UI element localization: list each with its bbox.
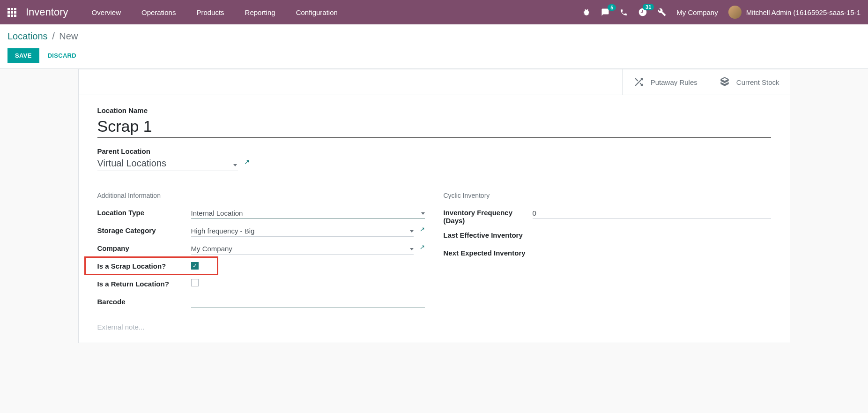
- avatar: [728, 6, 742, 19]
- breadcrumb-root[interactable]: Locations: [7, 31, 48, 41]
- save-button[interactable]: SAVE: [7, 48, 39, 63]
- cyclic-inventory-title: Cyclic Inventory: [444, 192, 771, 199]
- caret-down-icon[interactable]: [410, 248, 414, 250]
- breadcrumb: Locations / New: [7, 31, 861, 42]
- storage-category-select[interactable]: [191, 225, 414, 237]
- scrap-location-checkbox[interactable]: [191, 262, 199, 270]
- return-location-label: Is a Return Location?: [97, 279, 191, 288]
- external-note-input[interactable]: [97, 323, 771, 331]
- scrap-location-label: Is a Scrap Location?: [97, 261, 191, 270]
- current-stock-button[interactable]: Current Stock: [708, 69, 790, 95]
- tools-icon[interactable]: [658, 8, 666, 16]
- storage-category-label: Storage Category: [97, 225, 191, 234]
- company-switcher[interactable]: My Company: [676, 8, 718, 16]
- parent-location-input[interactable]: [97, 156, 238, 171]
- caret-down-icon[interactable]: [410, 230, 414, 233]
- location-type-select[interactable]: [191, 208, 425, 219]
- barcode-label: Barcode: [97, 297, 191, 306]
- external-link-icon[interactable]: [243, 159, 250, 168]
- shuffle-icon: [633, 76, 645, 88]
- menu-products[interactable]: Products: [188, 5, 232, 20]
- main-menu: Overview Operations Products Reporting C…: [83, 5, 346, 20]
- barcode-input[interactable]: [191, 297, 425, 308]
- parent-location-label: Parent Location: [97, 147, 771, 155]
- external-link-icon[interactable]: [418, 245, 425, 253]
- current-stock-label: Current Stock: [736, 78, 779, 86]
- external-link-icon[interactable]: [418, 227, 425, 235]
- additional-info-title: Additional Information: [97, 192, 425, 199]
- location-name-input[interactable]: [97, 115, 771, 138]
- form-sheet: Putaway Rules Current Stock Location Nam…: [78, 69, 790, 343]
- user-menu[interactable]: Mitchell Admin (16165925-saas-15-1: [728, 6, 861, 19]
- putaway-rules-button[interactable]: Putaway Rules: [622, 69, 708, 95]
- user-name: Mitchell Admin (16165925-saas-15-1: [746, 8, 861, 16]
- location-type-label: Location Type: [97, 208, 191, 217]
- company-label: Company: [97, 243, 191, 252]
- company-select[interactable]: [191, 243, 414, 255]
- inventory-frequency-input[interactable]: [533, 208, 771, 219]
- cyclic-inventory-section: Cyclic Inventory Inventory Frequency (Da…: [444, 192, 771, 315]
- bug-icon[interactable]: [582, 8, 591, 16]
- breadcrumb-sep: /: [52, 31, 55, 41]
- return-location-checkbox[interactable]: [191, 279, 199, 286]
- last-effective-label: Last Effective Inventory: [444, 230, 533, 239]
- location-name-label: Location Name: [97, 106, 771, 114]
- menu-overview[interactable]: Overview: [83, 5, 130, 20]
- discard-button[interactable]: DISCARD: [42, 48, 82, 63]
- messages-icon[interactable]: 5: [601, 8, 609, 16]
- additional-info-section: Additional Information Location Type Sto…: [97, 192, 425, 315]
- caret-down-icon[interactable]: [421, 212, 425, 215]
- putaway-rules-label: Putaway Rules: [651, 78, 697, 86]
- topbar-right: 5 31 My Company Mitchell Admin (16165925…: [582, 6, 861, 19]
- menu-configuration[interactable]: Configuration: [288, 5, 346, 20]
- boxes-icon: [719, 76, 731, 88]
- topbar: Inventory Overview Operations Products R…: [0, 0, 868, 24]
- activities-icon[interactable]: 31: [638, 8, 647, 17]
- inventory-frequency-label: Inventory Frequency (Days): [444, 208, 533, 225]
- next-expected-label: Next Expected Inventory: [444, 248, 533, 257]
- messages-badge: 5: [608, 4, 616, 11]
- menu-operations[interactable]: Operations: [133, 5, 184, 20]
- menu-reporting[interactable]: Reporting: [237, 5, 284, 20]
- app-title[interactable]: Inventory: [26, 6, 68, 18]
- phone-icon[interactable]: [620, 8, 628, 16]
- breadcrumb-current: New: [59, 31, 78, 41]
- control-panel: Locations / New SAVE DISCARD: [0, 24, 868, 69]
- activities-badge: 31: [643, 4, 654, 10]
- apps-icon[interactable]: [7, 8, 16, 17]
- stat-button-box: Putaway Rules Current Stock: [79, 69, 790, 95]
